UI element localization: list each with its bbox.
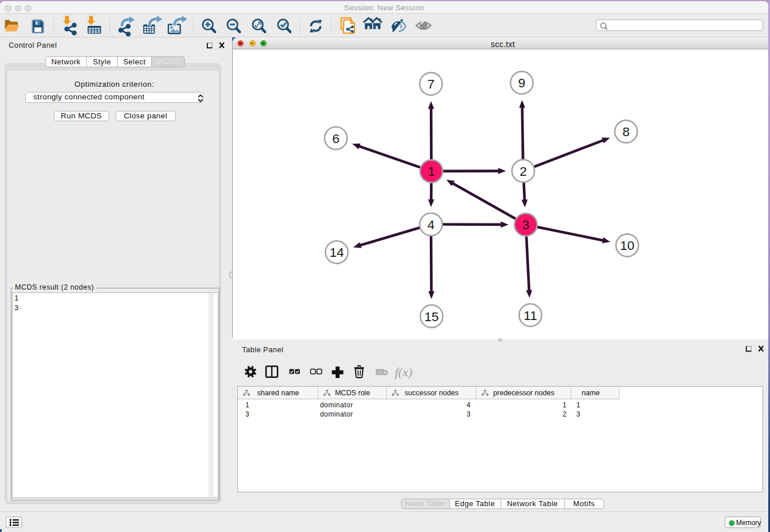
svg-text:14: 14	[329, 245, 344, 260]
svg-text:10: 10	[620, 238, 634, 253]
svg-text:15: 15	[424, 310, 438, 324]
svg-text:1: 1	[428, 164, 435, 179]
svg-text:8: 8	[622, 125, 630, 139]
svg-text:7: 7	[428, 77, 435, 91]
svg-text:4: 4	[428, 218, 435, 232]
svg-text:2: 2	[519, 164, 527, 179]
svg-text:3: 3	[522, 218, 530, 232]
svg-text:f(x): f(x)	[395, 365, 413, 379]
svg-text:9: 9	[518, 76, 526, 90]
svg-text:6: 6	[332, 132, 340, 146]
svg-text:11: 11	[523, 309, 537, 323]
